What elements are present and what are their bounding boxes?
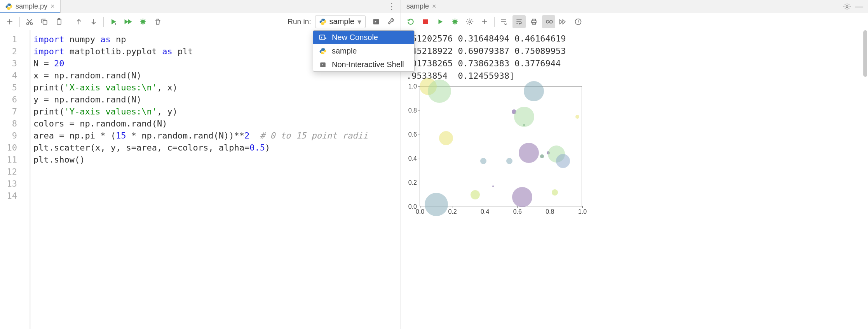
console-tab-label: sample [406, 2, 429, 10]
chart-point [480, 158, 486, 164]
y-tick-label: 0.4 [408, 155, 417, 162]
add-button[interactable] [478, 15, 491, 28]
runin-label: Run in: [288, 17, 311, 26]
chart-point [556, 154, 570, 168]
chart-point [519, 143, 539, 163]
x-tick-label: 0.0 [416, 208, 424, 215]
svg-point-12 [846, 5, 848, 7]
chart-point [492, 185, 494, 187]
cut-button[interactable] [23, 15, 36, 28]
debug-button[interactable] [136, 15, 150, 28]
tab-overflow-icon[interactable]: ⋮ [387, 2, 396, 12]
svg-point-9 [321, 19, 322, 19]
paste-button[interactable] [52, 15, 66, 28]
menu-item-label: New Console [332, 33, 378, 42]
gear-icon[interactable] [843, 3, 851, 10]
svg-point-20 [321, 48, 322, 49]
y-tick-label: 0.2 [408, 179, 417, 186]
new-console-icon [319, 34, 327, 41]
move-up-button[interactable] [72, 15, 85, 28]
editor-tab-label: sample.py [16, 2, 47, 10]
debug-button[interactable] [448, 15, 462, 28]
editor-code-area[interactable]: import numpy as npimport matplotlib.pypl… [31, 30, 401, 329]
chart-point [552, 189, 558, 196]
svg-point-0 [7, 4, 8, 4]
console-output: .51202576 0.31648494 0.46164619 .4521892… [401, 30, 868, 86]
svg-point-1 [10, 8, 10, 9]
chart-point [540, 154, 544, 158]
chart-point [524, 81, 544, 101]
history-button[interactable] [572, 15, 585, 28]
run-target-option-non-interactive-shell[interactable]: Non-Interactive Shell [313, 58, 414, 71]
chevron-down-icon: ▾ [357, 17, 361, 26]
move-down-button[interactable] [87, 15, 100, 28]
python-icon [319, 18, 326, 25]
run-button[interactable] [434, 15, 447, 28]
svg-rect-19 [320, 35, 325, 40]
python-file-icon [5, 3, 12, 10]
close-icon[interactable]: × [51, 2, 55, 10]
editor-tabbar: sample.py × ⋮ [0, 0, 401, 13]
scroll-to-end-button[interactable] [498, 15, 511, 28]
chart-point [471, 190, 480, 199]
stop-button[interactable] [419, 15, 432, 28]
code-editor[interactable]: 1234567891011121314 import numpy as npim… [0, 30, 401, 329]
menu-item-label: sample [332, 47, 357, 55]
y-tick-label: 0.8 [408, 107, 417, 114]
print-button[interactable] [527, 15, 540, 28]
execute-in-shell-button[interactable] [370, 15, 383, 28]
y-tick-label: 1.0 [408, 83, 417, 90]
console-toolbar [401, 13, 868, 30]
x-tick-label: 0.2 [448, 208, 457, 215]
delete-button[interactable] [151, 15, 164, 28]
run-target-combo[interactable]: sample ▾ [315, 15, 366, 28]
python-icon [319, 48, 327, 55]
chart-point [575, 115, 579, 119]
chart-point [514, 107, 534, 127]
x-tick-label: 1.0 [578, 208, 587, 215]
svg-point-21 [324, 53, 324, 53]
run-target-value: sample [329, 17, 354, 26]
scatter-chart: 0.00.20.40.60.81.00.00.20.40.60.81.0 [420, 86, 582, 206]
shell-icon [319, 61, 327, 68]
svg-point-15 [469, 21, 471, 23]
scrollbar-thumb[interactable] [863, 30, 867, 77]
editor-toolbar: Run in: sample ▾ [0, 13, 401, 30]
x-tick-label: 0.4 [481, 208, 489, 215]
svg-point-10 [324, 23, 324, 24]
svg-rect-13 [423, 19, 428, 24]
soft-wrap-button[interactable] [512, 15, 526, 28]
menu-item-label: Non-Interactive Shell [332, 60, 404, 69]
console-tab-sample[interactable]: sample × [401, 0, 442, 13]
editor-gutter: 1234567891011121314 [0, 30, 31, 329]
run-target-option-sample[interactable]: sample [313, 44, 414, 58]
chart-point [428, 80, 451, 103]
close-icon[interactable]: × [432, 2, 436, 10]
settings-wrench-button[interactable] [384, 15, 397, 28]
y-tick-label: 0.6 [408, 131, 417, 138]
x-tick-label: 0.8 [546, 208, 554, 215]
editor-tab-sample[interactable]: sample.py × [0, 0, 61, 13]
copy-button[interactable] [38, 15, 51, 28]
x-tick-label: 0.6 [513, 208, 522, 215]
rerun-button[interactable] [404, 15, 417, 28]
run-target-menu[interactable]: New ConsolesampleNon-Interactive Shell [313, 30, 415, 72]
run-all-button[interactable] [122, 15, 135, 28]
console-tabbar: sample × — [401, 0, 868, 13]
fast-forward-button[interactable] [557, 15, 570, 28]
chart-point [439, 131, 453, 145]
chart-point [506, 158, 512, 164]
svg-rect-4 [43, 20, 47, 24]
run-target-option-new-console[interactable]: New Console [313, 31, 414, 44]
run-cell-button[interactable] [107, 15, 120, 28]
chart-container: 0.00.20.40.60.81.00.00.20.40.60.81.0 [401, 86, 868, 211]
chart-point [512, 187, 532, 207]
chart-point [425, 193, 448, 216]
new-cell-button[interactable] [3, 15, 16, 28]
minimize-icon[interactable]: — [855, 2, 863, 12]
infinity-button[interactable] [542, 15, 555, 28]
svg-rect-7 [115, 23, 116, 25]
console-settings-button[interactable] [463, 15, 476, 28]
